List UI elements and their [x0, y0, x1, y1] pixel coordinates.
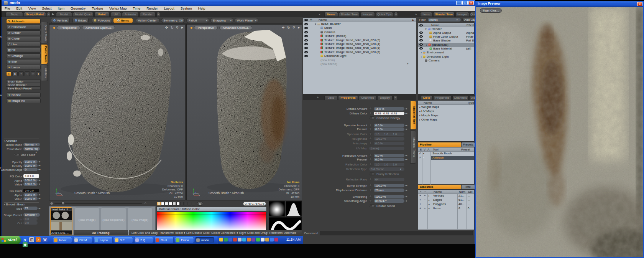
- color-swatch-empty[interactable]: [188, 202, 191, 205]
- shader-row[interactable]: Alpha Output: [429, 31, 466, 35]
- tool-line[interactable]: ╱Line: [6, 42, 41, 47]
- tray-icon[interactable]: [274, 238, 278, 241]
- tool-fill[interactable]: ◧Fill: [6, 48, 41, 53]
- text-tool-button[interactable]: T: [36, 71, 41, 76]
- viewport-menu-icon[interactable]: ▶: [298, 26, 300, 29]
- item-row-new[interactable]: (new item): [320, 58, 409, 62]
- start-button[interactable]: start: [0, 236, 21, 244]
- tab-paint-tools[interactable]: Paint Tools: [41, 44, 48, 64]
- work-plane-dropdown[interactable]: Work Plane: [235, 18, 258, 23]
- tab-items[interactable]: Items: [324, 12, 338, 17]
- tab-add[interactable]: +: [47, 12, 51, 17]
- modo-titlebar[interactable]: modo ─ □ ×: [2, 0, 475, 6]
- tool-clone[interactable]: ⊞Clone: [6, 36, 41, 41]
- tab-utilities[interactable]: Utilities: [41, 65, 48, 81]
- save-brush-preset-button[interactable]: Save Brush Preset: [6, 86, 41, 90]
- bump-strength-field[interactable]: 100.0 %: [374, 184, 404, 187]
- expand-plus[interactable]: +: [419, 207, 421, 210]
- tray-icon[interactable]: [228, 238, 232, 241]
- eye-toggle[interactable]: [304, 43, 308, 45]
- tab-sculpt-tools[interactable]: Sculpt Tools: [41, 22, 48, 43]
- tab-material-trans[interactable]: Material Trans: [410, 131, 416, 164]
- attenuation-field[interactable]: 0: [23, 168, 38, 171]
- viewport-shading-button[interactable]: Advanced OpenGL: [219, 26, 252, 30]
- statistics-row[interactable]: +−▸Edges61......: [418, 198, 473, 202]
- hue-strip[interactable]: [157, 212, 266, 215]
- tray-icon[interactable]: [219, 238, 223, 241]
- tab-images-b[interactable]: Images: [455, 12, 469, 17]
- fg-color-field[interactable]: 1.0 1.0 1.0: [23, 174, 39, 178]
- tip-hard-button[interactable]: ●: [12, 71, 18, 76]
- menu-system[interactable]: System: [177, 6, 195, 11]
- polygons-button[interactable]: Polygons: [92, 18, 112, 23]
- menu-item[interactable]: Item: [54, 6, 67, 11]
- stone-object[interactable]: [49, 25, 186, 201]
- bg-color-field[interactable]: 0.0 0.0 0.0: [23, 189, 39, 192]
- size-field[interactable]: 73: [23, 207, 38, 210]
- tool-airbrush[interactable]: ✎Airbrush: [6, 19, 41, 24]
- tab-channels-b[interactable]: Channels: [452, 95, 468, 100]
- tool-paintbrush[interactable]: ✐Paintbrush: [6, 25, 41, 30]
- items-mode-button[interactable]: Items: [113, 18, 133, 23]
- eye-toggle[interactable]: [419, 39, 423, 41]
- nozzle-button[interactable]: ❖Nozzle: [6, 93, 41, 98]
- media-player-icon[interactable]: ♪: [36, 237, 41, 242]
- slider-triangle-icon[interactable]: △: [144, 201, 146, 205]
- color-swatch-empty[interactable]: [184, 202, 187, 205]
- shader-row[interactable]: Base Shader: [429, 39, 466, 43]
- menu-select[interactable]: Select: [39, 6, 54, 11]
- color-swatch-empty[interactable]: [180, 202, 184, 205]
- statistics-row[interactable]: +−▸Items80: [418, 207, 473, 210]
- color-swatch[interactable]: [169, 202, 172, 205]
- tab-uv[interactable]: UV: [110, 12, 121, 17]
- load-image-button[interactable]: (load image): [75, 207, 99, 233]
- pipeline-presets-tab[interactable]: Presets: [462, 142, 475, 147]
- tab-lists-b[interactable]: Lists: [421, 95, 432, 100]
- taskbar-task[interactable]: Inbox...: [53, 237, 72, 243]
- menu-file[interactable]: File: [2, 6, 13, 11]
- brush-profile-preview[interactable]: [286, 201, 302, 217]
- brush-editor-button[interactable]: Brush Editor: [6, 79, 41, 83]
- thumb-size-slider[interactable]: [54, 203, 142, 204]
- item-row[interactable]: Texture: Image: head_bake_final_02d (5): [320, 46, 413, 50]
- item-row[interactable]: Texture: (mixed): [320, 34, 413, 38]
- channel-dot[interactable]: [369, 158, 372, 160]
- tool-smudge[interactable]: ✑Smudge: [6, 53, 41, 58]
- eye-toggle[interactable]: [304, 47, 308, 49]
- rotate-icon[interactable]: ↻: [171, 26, 174, 30]
- tab-items-b[interactable]: Items: [420, 12, 432, 17]
- action-center-dropdown[interactable]: Action Center: [136, 18, 159, 23]
- fg-value-field[interactable]: 100.0 %: [23, 182, 38, 186]
- eye-toggle[interactable]: [304, 35, 308, 37]
- saturation-area[interactable]: [157, 215, 266, 230]
- menu-layout[interactable]: Layout: [161, 6, 177, 11]
- color-swatch[interactable]: [161, 202, 164, 205]
- save-swatch-button[interactable]: S: [197, 202, 203, 206]
- slider-handle[interactable]: [61, 202, 65, 205]
- channel-dot[interactable]: [369, 195, 372, 198]
- ie-icon[interactable]: e: [23, 237, 28, 242]
- airbrush-section-header[interactable]: ▾ Airbrush: [4, 139, 39, 142]
- panel-tab-arrow-icon[interactable]: ▸: [317, 96, 319, 99]
- tip-star-button[interactable]: ✧: [25, 71, 30, 76]
- paint-mode-select[interactable]: Normal Proj ...: [23, 147, 40, 150]
- eye-toggle[interactable]: [304, 39, 308, 41]
- tab-shader-tree-b[interactable]: Shader Tree: [433, 12, 455, 17]
- eye-toggle[interactable]: [419, 35, 423, 38]
- slider-end-icon[interactable]: [50, 202, 53, 205]
- word-icon[interactable]: W: [43, 237, 48, 242]
- effect-cell[interactable]: Full Shading: [466, 39, 475, 43]
- tip-proc-button[interactable]: ✦: [18, 71, 24, 76]
- app-icon[interactable]: ◈: [23, 242, 28, 247]
- eye-toggle[interactable]: [419, 43, 423, 46]
- statistics-info-tab[interactable]: Info: [462, 185, 475, 189]
- menu-texture[interactable]: Texture: [89, 6, 106, 11]
- filter-select[interactable]: (none): [428, 18, 461, 22]
- close-button[interactable]: ×: [637, 2, 642, 6]
- item-row[interactable]: Texture: Image: head_bake_final_02d (6): [320, 50, 413, 54]
- preview-content[interactable]: Tiger Clos...: [476, 7, 643, 257]
- tab-quick-tips[interactable]: Quick Tips: [376, 12, 393, 17]
- taskbar-task[interactable]: FileM...: [73, 237, 92, 243]
- load-sequence-button[interactable]: (load sequence): [101, 207, 126, 233]
- tab-sculpt-paint[interactable]: Sculpt/Paint: [24, 12, 46, 17]
